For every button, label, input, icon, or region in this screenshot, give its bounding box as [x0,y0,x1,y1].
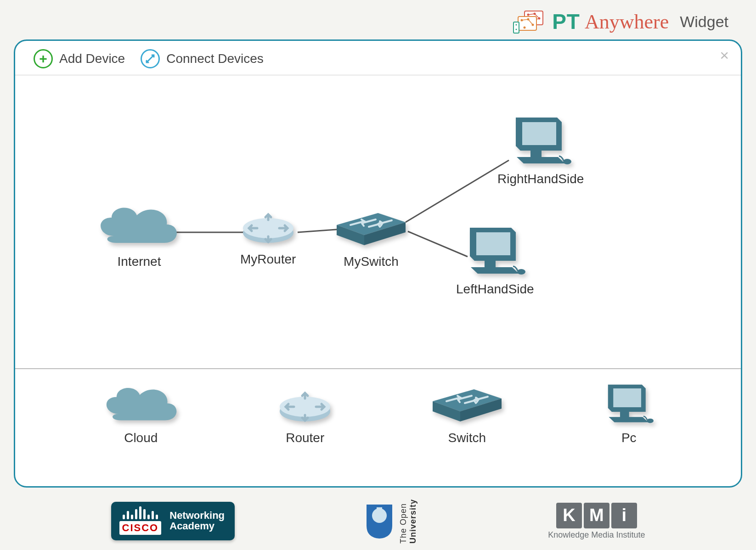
connect-devices-button[interactable]: Connect Devices [141,49,264,68]
main-panel: + Add Device Connect Devices × Internet [14,39,742,488]
palette-item-router[interactable]: Router [277,389,333,445]
node-myrouter[interactable]: MyRouter [240,211,296,267]
node-label: MySwitch [344,254,399,269]
svg-point-26 [516,24,517,25]
switch-icon [428,385,506,426]
brand-anywhere: Anywhere [585,10,669,34]
cisco-bars-icon [123,506,158,519]
node-righthandside[interactable]: RightHandSide [497,112,584,186]
ou-text: The Open University [399,499,418,544]
palette-label: Switch [448,431,486,445]
pc-icon [462,222,528,277]
palette-label: Router [286,431,324,445]
footer: CISCO Networking Academy The Open Univer… [0,499,756,544]
palette-item-switch[interactable]: Switch [428,385,506,445]
open-university-logo: The Open University [365,499,418,544]
palette-item-pc[interactable]: Pc [601,380,656,445]
router-icon [277,389,333,426]
palette-item-cloud[interactable]: Cloud [100,380,182,445]
svg-rect-33 [377,507,382,511]
brand-pt: PT [552,9,580,34]
node-myswitch[interactable]: MySwitch [332,208,410,269]
device-palette: Cloud Router Switch Pc [15,369,741,459]
node-label: MyRouter [240,252,296,267]
palette-label: Pc [621,431,637,445]
kmi-letter: i [611,503,637,528]
ou-shield-icon [365,503,394,539]
kmi-blocks: K M i [556,503,637,528]
topology-canvas[interactable]: Internet MyRouter MySwitch RightHandSide… [15,75,741,369]
pc-icon [508,112,574,167]
palette-label: Cloud [124,431,158,445]
header: PT Anywhere Widget [513,9,728,34]
add-device-label: Add Device [59,51,125,66]
svg-line-30 [406,160,509,222]
node-label: RightHandSide [497,172,584,186]
kmi-letter: K [556,503,582,528]
cisco-brand: CISCO [119,521,162,535]
close-button[interactable]: × [720,47,729,63]
connect-icon [141,49,160,68]
cisco-line2: Academy [169,521,225,531]
kmi-subtitle: Knowledge Media Institute [548,530,645,540]
node-label: Internet [118,254,161,269]
kmi-letter: M [584,503,609,528]
node-internet[interactable]: Internet [93,199,185,269]
app-icon [513,9,545,34]
node-label: LeftHandSide [456,282,534,297]
router-icon [241,211,296,247]
svg-rect-25 [513,22,519,33]
svg-point-22 [524,27,526,29]
kmi-logo: K M i Knowledge Media Institute [548,503,645,540]
cisco-line1: Networking [169,510,225,521]
cloud-icon [93,199,185,250]
svg-point-27 [516,28,517,30]
plus-icon: + [34,49,53,68]
connect-devices-label: Connect Devices [166,51,264,66]
node-lefthandside[interactable]: LeftHandSide [456,222,534,297]
widget-label: Widget [680,13,728,31]
add-device-button[interactable]: + Add Device [34,49,125,68]
cloud-icon [100,380,182,426]
switch-icon [332,208,410,250]
cisco-logo: CISCO Networking Academy [111,502,235,540]
pc-icon [601,380,656,426]
toolbar: + Add Device Connect Devices × [15,41,741,75]
